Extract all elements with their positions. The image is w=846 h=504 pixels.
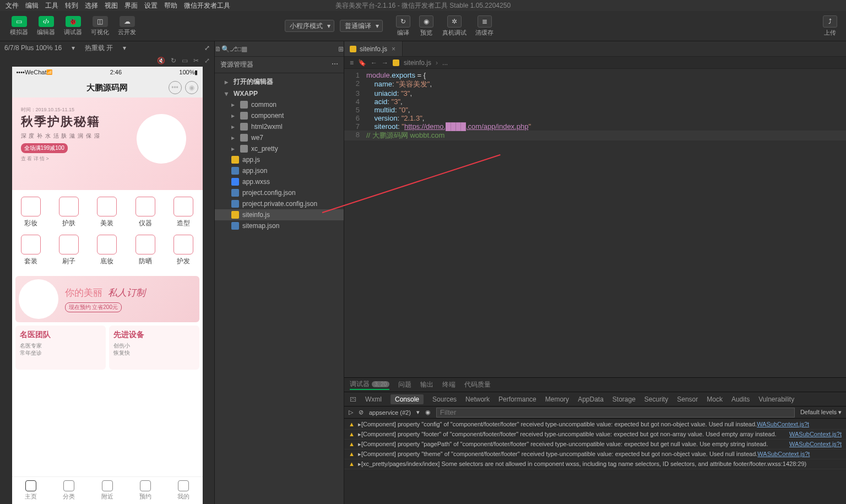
levels-select[interactable]: Default levels ▾ (800, 409, 842, 416)
dt-console[interactable]: Console (391, 394, 424, 404)
code-editor[interactable]: 1module.exports = {2 name: "美容美发",3 unia… (344, 69, 846, 377)
dbg-tab-terminal[interactable]: 终端 (442, 380, 455, 389)
inspect-icon[interactable]: ⮹ (350, 395, 356, 403)
close-icon[interactable]: × (391, 45, 397, 53)
tab-mine[interactable]: 我的 (164, 477, 202, 504)
menu-settings[interactable]: 设置 (141, 1, 161, 10)
card-doctors[interactable]: 名医团队名医专家常年坐诊 (15, 326, 106, 370)
menu-select[interactable]: 选择 (82, 1, 101, 10)
branch-icon[interactable]: ⎇ (230, 45, 237, 53)
btn-preview[interactable]: ◉预览 (416, 14, 437, 38)
dt-performance[interactable]: Performance (498, 395, 536, 403)
new-tab-icon[interactable]: ⊞ (338, 45, 344, 53)
grid-item[interactable]: 套装 (12, 231, 50, 269)
folder-common[interactable]: common (215, 99, 344, 110)
btn-remote-debug[interactable]: ✲真机调试 (439, 14, 470, 38)
btn-cloud[interactable]: ☁云开发 (115, 15, 139, 37)
cut-icon[interactable]: ✂ (193, 57, 199, 64)
stop-icon[interactable]: ▷ (349, 409, 353, 416)
dbg-tab-debugger[interactable]: 调试器3, 20 (350, 380, 389, 390)
banner-custom[interactable]: 你的美丽私人订制 现在预约 立省200元 (15, 276, 199, 322)
open-editors[interactable]: 打开的编辑器 (215, 75, 344, 88)
eye-icon[interactable]: ◉ (425, 409, 431, 416)
tab-booking[interactable]: 预约 (126, 477, 164, 504)
menu-edit[interactable]: 编辑 (22, 1, 42, 10)
folder-we7[interactable]: we7 (215, 132, 344, 143)
file-project-config[interactable]: project.config.json (215, 187, 344, 198)
context-select[interactable]: appservice (#2) (369, 409, 411, 416)
root-folder[interactable]: WXAPP (215, 88, 344, 99)
menu-tools[interactable]: 工具 (42, 1, 62, 10)
grid-item[interactable]: 护肤 (50, 193, 88, 231)
tab-category[interactable]: 分类 (50, 477, 88, 504)
filter-input[interactable] (436, 408, 795, 418)
file-app-js[interactable]: app.js (215, 154, 344, 165)
menu-interface[interactable]: 界面 (121, 1, 141, 10)
menu-goto[interactable]: 转到 (62, 1, 82, 10)
btn-clear-cache[interactable]: ≣清缓存 (472, 14, 497, 38)
dt-sensor[interactable]: Sensor (677, 395, 698, 403)
dt-vulnerability[interactable]: Vulnerability (758, 395, 794, 403)
app-title: 大鹏源码网 (86, 83, 128, 93)
btn-editor[interactable]: ‹/›编辑器 (34, 15, 58, 37)
expand-icon[interactable]: ⤢ (204, 57, 210, 64)
api-icon[interactable]: □ (237, 45, 241, 53)
btn-simulator[interactable]: ▭模拟器 (7, 15, 31, 37)
hot-reload[interactable]: 热重载 开 (85, 44, 113, 53)
grid-item[interactable]: 刷子 (50, 231, 88, 269)
card-equipment[interactable]: 先进设备创伤小恢复快 (109, 326, 199, 370)
grid-item[interactable]: 仪器 (126, 193, 164, 231)
files-icon[interactable]: 🗎 (215, 45, 221, 53)
btn-compile[interactable]: ↻编译 (393, 14, 414, 38)
tab-nearby[interactable]: 附近 (88, 477, 126, 504)
menu-devtools[interactable]: 微信开发者工具 (181, 1, 234, 10)
device-label[interactable]: 6/7/8 Plus 100% 16 (4, 44, 62, 52)
select-compile[interactable]: 普通编译 (340, 20, 383, 32)
capsule-close[interactable]: ◉ (185, 81, 198, 94)
dt-wxml[interactable]: Wxml (365, 395, 382, 403)
dt-audits[interactable]: Audits (731, 395, 750, 403)
dt-network[interactable]: Network (465, 395, 490, 403)
tab-home[interactable]: 主页 (12, 477, 50, 504)
dt-appdata[interactable]: AppData (578, 395, 604, 403)
dt-memory[interactable]: Memory (545, 395, 569, 403)
promo-banner[interactable]: 时间：2019.10.15-11.15 秋季护肤秘籍 深 度 补 水 活 肤 滋… (12, 97, 203, 190)
share-icon[interactable]: ▭ (182, 57, 188, 64)
dt-security[interactable]: Security (644, 395, 668, 403)
grid-item[interactable]: 美装 (88, 193, 126, 231)
select-mode[interactable]: 小程序模式 (285, 20, 334, 32)
grid-item[interactable]: 底妆 (88, 231, 126, 269)
grid-item[interactable]: 护发 (164, 231, 202, 269)
btn-visual[interactable]: ◫可视化 (88, 15, 112, 37)
folder-component[interactable]: component (215, 110, 344, 121)
grid-item[interactable]: 彩妆 (12, 193, 50, 231)
grid-item[interactable]: 造型 (164, 193, 202, 231)
dbg-tab-problems[interactable]: 问题 (398, 380, 411, 389)
folder-html2wxml[interactable]: html2wxml (215, 121, 344, 132)
clear-icon[interactable]: ⊘ (359, 409, 364, 416)
console[interactable]: ▲▸[Component] property "config" of "comp… (344, 419, 846, 504)
editor-tab-siteinfo[interactable]: siteinfo.js× (344, 41, 403, 56)
file-app-wxss[interactable]: app.wxss (215, 176, 344, 187)
file-sitemap[interactable]: sitemap.json (215, 220, 344, 231)
dbg-tab-output[interactable]: 输出 (420, 380, 433, 389)
rotate-icon[interactable]: ↻ (171, 57, 176, 64)
menu-help[interactable]: 帮助 (161, 1, 181, 10)
dt-mock[interactable]: Mock (707, 395, 723, 403)
device-screen[interactable]: •••• WeChat📶 2:46 100%▮ 大鹏源码网 ••• ◉ 时间：2… (12, 67, 203, 504)
mute-icon[interactable]: 🔇 (157, 57, 165, 64)
ext-icon[interactable]: ▦ (241, 45, 247, 53)
folder-xc-pretty[interactable]: xc_pretty (215, 143, 344, 154)
menu-file[interactable]: 文件 (2, 1, 22, 10)
dt-sources[interactable]: Sources (432, 395, 457, 403)
grid-item[interactable]: 防晒 (126, 231, 164, 269)
file-project-private[interactable]: project.private.config.json (215, 198, 344, 209)
menu-view[interactable]: 视图 (101, 1, 121, 10)
file-app-json[interactable]: app.json (215, 165, 344, 176)
dbg-tab-quality[interactable]: 代码质量 (464, 380, 491, 389)
btn-upload[interactable]: ⤴上传 (820, 14, 840, 38)
search-icon[interactable]: 🔍 (221, 45, 230, 53)
capsule-menu[interactable]: ••• (169, 81, 182, 94)
dt-storage[interactable]: Storage (612, 395, 636, 403)
btn-debugger[interactable]: 🐞调试器 (61, 15, 85, 37)
